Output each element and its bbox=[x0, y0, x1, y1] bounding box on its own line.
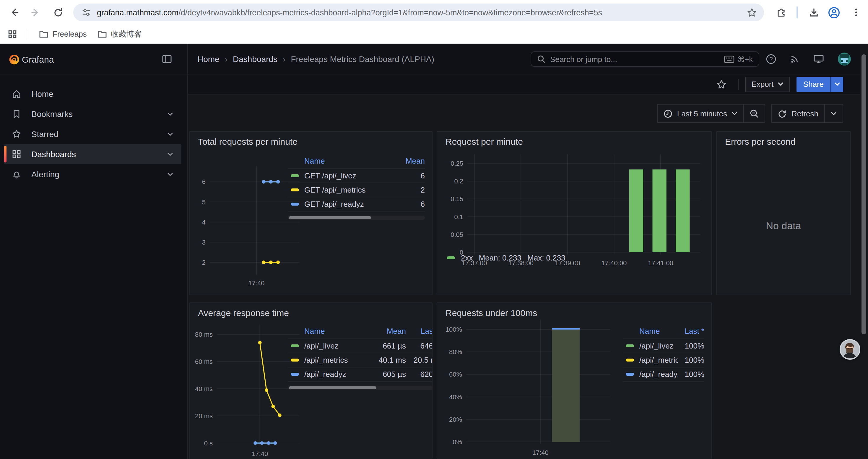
panel-title[interactable]: Request per minute bbox=[445, 136, 523, 146]
share-menu-button[interactable] bbox=[830, 76, 843, 92]
sidebar-item-alerting[interactable]: Alerting bbox=[4, 164, 181, 184]
favorite-star-icon[interactable] bbox=[716, 79, 726, 90]
legend-row[interactable]: /api/_metrics 40.1 ms 20.5 r bbox=[288, 353, 433, 367]
star-icon bbox=[12, 129, 21, 139]
legend-col-mean[interactable]: Mean bbox=[372, 327, 406, 335]
svg-text:80%: 80% bbox=[449, 348, 462, 356]
time-range-button[interactable]: Last 5 minutes bbox=[658, 104, 744, 122]
sidebar-item-bookmarks[interactable]: Bookmarks bbox=[4, 104, 181, 124]
site-controls-icon[interactable] bbox=[82, 8, 91, 17]
assistant-avatar[interactable] bbox=[840, 339, 860, 360]
breadcrumb-separator: › bbox=[283, 54, 285, 64]
legend-row[interactable]: GET /api/_livez 6 bbox=[288, 168, 425, 183]
chevron-down-icon bbox=[778, 82, 784, 86]
refresh-button[interactable]: Refresh bbox=[772, 104, 824, 122]
display-icon[interactable] bbox=[813, 54, 824, 64]
legend-row[interactable]: GET /api/_readyz 6 bbox=[288, 197, 425, 211]
svg-text:?: ? bbox=[769, 56, 773, 62]
panel-title[interactable]: Errors per second bbox=[725, 136, 795, 146]
legend-col-name[interactable]: Name bbox=[639, 327, 676, 335]
legend-row[interactable]: GET /api/_metrics 2 bbox=[288, 183, 425, 197]
bookmark-star-icon[interactable] bbox=[747, 7, 757, 18]
browser-menu-icon[interactable] bbox=[849, 5, 863, 20]
zoom-out-button[interactable] bbox=[744, 104, 765, 122]
search-input[interactable]: Search or jump to... ⌘+k bbox=[531, 52, 759, 67]
grafana-logo[interactable] bbox=[9, 54, 20, 65]
breadcrumb-home[interactable]: Home bbox=[197, 54, 219, 64]
help-icon[interactable]: ? bbox=[766, 54, 776, 64]
sidebar-item-label: Starred bbox=[31, 129, 167, 139]
grafana-topnav: Grafana Home › Dashboards › Freeleaps Me… bbox=[0, 44, 868, 74]
chevron-down-icon[interactable] bbox=[167, 152, 173, 156]
sidebar-item-label: Dashboards bbox=[31, 150, 167, 159]
legend[interactable]: 2xx Mean: 0.233 Max: 0.233 bbox=[447, 254, 565, 262]
breadcrumb-dashboards[interactable]: Dashboards bbox=[233, 54, 277, 64]
sidebar-item-label: Home bbox=[31, 89, 181, 99]
svg-text:2: 2 bbox=[202, 259, 206, 266]
sidebar-item-home[interactable]: Home bbox=[4, 84, 181, 104]
news-rss-icon[interactable] bbox=[789, 54, 800, 64]
folder-icon bbox=[97, 30, 107, 38]
panel-request-per-minute: Request per minute 0.250.20.150.10.05017… bbox=[437, 131, 712, 295]
panel-title[interactable]: Average response time bbox=[198, 308, 289, 318]
panel-errors-per-second: Errors per second No data bbox=[716, 131, 851, 295]
grafana-brand[interactable]: Grafana bbox=[22, 54, 54, 64]
legend-col-name[interactable]: Name bbox=[304, 157, 400, 165]
url-bar[interactable]: grafana.mathmast.com/d/deytv4rwavabkb/fr… bbox=[73, 4, 764, 21]
legend-series: 2xx bbox=[461, 254, 473, 262]
extensions-icon[interactable] bbox=[774, 5, 788, 20]
series-color-pill bbox=[291, 345, 299, 347]
chevron-down-icon[interactable] bbox=[167, 112, 173, 116]
svg-text:60 ms: 60 ms bbox=[195, 358, 213, 365]
legend-row[interactable]: /api/_livez 100% bbox=[623, 338, 704, 353]
legend-col-last[interactable]: Last * bbox=[676, 327, 704, 335]
bookmark-folder-freeleaps[interactable]: Freeleaps bbox=[39, 30, 87, 38]
sidebar-item-dashboards[interactable]: Dashboards bbox=[4, 144, 181, 164]
svg-text:60%: 60% bbox=[449, 371, 462, 378]
legend-row[interactable]: /api/_readyz 605 µs 620 bbox=[288, 367, 433, 381]
reload-icon[interactable] bbox=[51, 5, 65, 20]
chevron-down-icon[interactable] bbox=[167, 132, 173, 136]
panel-title[interactable]: Total requests per minute bbox=[198, 136, 298, 146]
refresh-interval-button[interactable] bbox=[825, 104, 843, 122]
scrollbar-thumb[interactable] bbox=[862, 54, 866, 334]
legend-col-mean[interactable]: Mean bbox=[400, 157, 425, 165]
refresh-icon bbox=[778, 109, 787, 118]
legend-col-name[interactable]: Name bbox=[304, 327, 372, 335]
no-data-message: No data bbox=[717, 220, 850, 232]
bookmark-folder-blogs[interactable]: 收藏博客 bbox=[97, 29, 142, 39]
time-controls: Last 5 minutes Refresh bbox=[657, 104, 843, 123]
legend-row[interactable]: /api/_livez 661 µs 646 bbox=[288, 338, 433, 353]
svg-text:20%: 20% bbox=[449, 416, 462, 423]
series-color-pill bbox=[291, 373, 299, 376]
bookmark-icon bbox=[12, 109, 21, 119]
series-color-pill bbox=[626, 345, 634, 347]
legend-row[interactable]: /api/_metrics 100% bbox=[623, 353, 704, 367]
downloads-icon[interactable] bbox=[807, 5, 821, 20]
back-icon[interactable] bbox=[7, 5, 21, 20]
chevron-down-icon[interactable] bbox=[167, 172, 173, 176]
panel-title[interactable]: Requests under 100ms bbox=[445, 308, 537, 318]
svg-text:0.15: 0.15 bbox=[451, 195, 463, 203]
series-color-pill bbox=[626, 359, 634, 362]
legend-row[interactable]: /api/_readyz 100% bbox=[623, 367, 704, 381]
apps-grid-icon[interactable] bbox=[8, 29, 17, 39]
user-avatar[interactable] bbox=[837, 52, 851, 66]
legend-col-last[interactable]: Las bbox=[406, 327, 433, 335]
forward-icon[interactable] bbox=[28, 5, 42, 20]
sidebar-item-starred[interactable]: Starred bbox=[4, 124, 181, 144]
svg-text:0.2: 0.2 bbox=[454, 177, 463, 185]
svg-text:40%: 40% bbox=[449, 393, 462, 401]
clock-icon bbox=[663, 109, 673, 118]
export-button[interactable]: Export bbox=[745, 76, 790, 92]
mega-menu-toggle-icon[interactable] bbox=[162, 54, 172, 64]
screen: grafana.mathmast.com/d/deytv4rwavabkb/fr… bbox=[0, 0, 868, 459]
bar-chart-request-per-minute: 0.250.20.150.10.05017:37:0017:38:0017:39… bbox=[439, 150, 709, 283]
series-color-pill bbox=[447, 256, 455, 259]
svg-text:0.05: 0.05 bbox=[451, 231, 463, 238]
profile-icon[interactable] bbox=[827, 5, 841, 20]
legend-scrollbar[interactable] bbox=[288, 216, 425, 220]
legend-scrollbar[interactable] bbox=[288, 386, 433, 390]
share-button[interactable]: Share bbox=[797, 80, 830, 89]
home-icon bbox=[12, 89, 21, 99]
